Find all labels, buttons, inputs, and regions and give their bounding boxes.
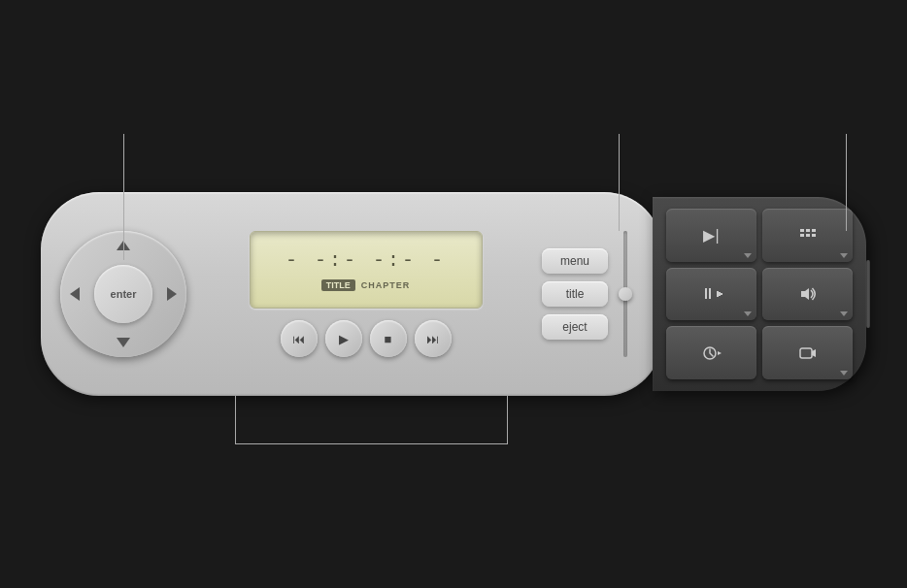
play-step-icon: ▶|: [703, 226, 719, 245]
play-icon: ▶: [339, 332, 349, 346]
svg-marker-6: [801, 288, 809, 300]
svg-rect-4: [806, 234, 810, 237]
display-section: - -:- -:- - TITLE CHAPTER ⏮ ▶ ■: [211, 231, 521, 357]
audio-button[interactable]: [762, 268, 853, 321]
svg-marker-8: [718, 351, 722, 355]
display-time: - -:- -:- -: [286, 249, 446, 272]
annotation-line-right-side: [846, 134, 847, 231]
remote-body: enter - -:- -:- - TITLE CHAPTER: [41, 192, 662, 396]
rewind-icon: ⏮: [292, 332, 305, 346]
audio-icon: [799, 286, 817, 302]
display-labels: TITLE CHAPTER: [321, 279, 411, 291]
svg-rect-3: [800, 234, 804, 237]
slider-section: [616, 226, 635, 362]
dpad-enter-button[interactable]: enter: [94, 265, 152, 323]
display-title-badge: TITLE: [321, 279, 355, 291]
annotation-line-bottom-h: [235, 443, 507, 444]
slider-track[interactable]: [623, 231, 627, 357]
dropdown-arrow-3: [744, 311, 752, 316]
eject-button[interactable]: eject: [542, 314, 608, 340]
svg-rect-2: [812, 229, 816, 232]
stop-button[interactable]: ■: [370, 320, 407, 357]
camera-icon: [799, 346, 817, 360]
rewind-button[interactable]: ⏮: [281, 320, 318, 357]
display-chapter-label: CHAPTER: [361, 280, 411, 290]
play-button[interactable]: ▶: [325, 320, 362, 357]
display-screen: - -:- -:- - TITLE CHAPTER: [250, 231, 483, 309]
grip-line: [866, 260, 870, 328]
annotation-line-right: [619, 134, 620, 231]
stop-icon: ■: [385, 332, 392, 346]
chapters-button[interactable]: [762, 209, 853, 262]
slow-motion-icon: [702, 345, 722, 361]
transport-row: ⏮ ▶ ■ ⏭: [281, 320, 452, 357]
annotation-line-bracket-left: [235, 396, 236, 444]
dropdown-arrow-2: [840, 253, 848, 258]
annotation-line-bracket-right: [507, 396, 508, 444]
dpad-right-button[interactable]: [167, 287, 177, 301]
pause-step-icon: ⏸▶: [700, 285, 723, 303]
slow-motion-button[interactable]: [666, 326, 756, 379]
play-step-button[interactable]: ▶|: [666, 209, 756, 262]
camera-angle-button[interactable]: [762, 326, 853, 379]
menu-button[interactable]: menu: [542, 248, 608, 274]
svg-rect-9: [800, 348, 812, 358]
dropdown-arrow-6: [840, 371, 848, 376]
svg-rect-0: [800, 229, 804, 232]
display-wrapper: - -:- -:- - TITLE CHAPTER ⏮ ▶ ■: [211, 231, 521, 357]
svg-rect-1: [806, 229, 810, 232]
forward-icon: ⏭: [426, 332, 439, 346]
dpad-left-button[interactable]: [70, 287, 80, 301]
side-buttons: menu title eject: [542, 248, 608, 340]
slider-knob[interactable]: [619, 287, 632, 301]
pause-step-button[interactable]: ⏸▶: [666, 268, 756, 321]
title-button[interactable]: title: [542, 281, 608, 307]
chapters-icon: [799, 228, 817, 242]
svg-rect-5: [812, 234, 816, 237]
forward-button[interactable]: ⏭: [415, 320, 452, 357]
dpad-down-button[interactable]: [117, 338, 130, 347]
dropdown-arrow-4: [840, 311, 848, 316]
annotation-line-left: [123, 134, 124, 260]
dropdown-arrow-1: [744, 253, 752, 258]
dark-panel: ▶| ⏸▶: [653, 197, 866, 391]
